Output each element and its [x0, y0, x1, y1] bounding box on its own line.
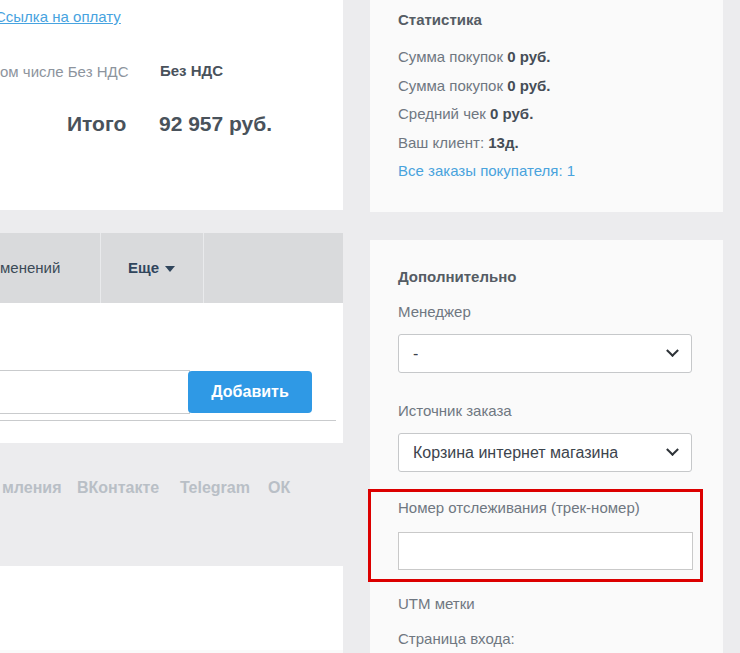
notification-tabs-block: мления ВКонтакте Telegram ОК	[0, 443, 343, 566]
stats-value: 0 руб.	[507, 77, 550, 94]
toolbar-more-dropdown[interactable]: Еще	[100, 233, 203, 303]
stats-label: Средний чек	[398, 105, 490, 122]
manager-label: Менеджер	[398, 303, 471, 320]
statistics-panel: Статистика Сумма покупок 0 руб. Сумма по…	[370, 0, 723, 212]
additional-title: Дополнительно	[398, 268, 516, 285]
stats-label: Сумма покупок	[398, 48, 507, 65]
stats-label: Ваш клиент:	[398, 134, 488, 151]
payment-link[interactable]: Ссылка на оплату	[0, 8, 121, 25]
toolbar-more-label: Еще	[128, 259, 159, 276]
order-source-label: Источник заказа	[398, 402, 512, 419]
vat-row-label: ом числе Без НДС	[0, 63, 129, 80]
vat-row-value: Без НДС	[160, 62, 223, 79]
utm-label: UTM метки	[398, 595, 475, 612]
toolbar-separator	[203, 233, 204, 303]
stats-row: Средний чек 0 руб.	[398, 100, 575, 129]
stats-value: 0 руб.	[490, 105, 533, 122]
tab-telegram[interactable]: Telegram	[180, 479, 250, 497]
toolbar-item-history[interactable]: менений	[0, 233, 90, 303]
stats-label: Сумма покупок	[398, 77, 507, 94]
manager-select[interactable]: -	[398, 334, 692, 373]
divider	[0, 420, 336, 421]
order-source-select-value: Корзина интернет магазина	[413, 444, 618, 462]
order-source-select[interactable]: Корзина интернет магазина	[398, 433, 692, 472]
manager-select-value: -	[413, 345, 418, 363]
tab-content-card	[0, 566, 343, 650]
stats-row: Сумма покупок 0 руб.	[398, 72, 575, 101]
stats-row: Ваш клиент: 13д.	[398, 129, 575, 158]
comment-input[interactable]	[0, 370, 190, 414]
all-orders-link[interactable]: Все заказы покупателя: 1	[398, 157, 575, 186]
order-toolbar: менений Еще	[0, 233, 343, 303]
order-page: Ссылка на оплату ом числе Без НДС Без НД…	[0, 0, 740, 653]
caret-down-icon	[165, 266, 175, 272]
additional-panel: Дополнительно Менеджер - Источник заказа…	[370, 240, 723, 653]
tracking-number-label: Номер отслеживания (трек-номер)	[398, 499, 640, 516]
tab-sms-notifications[interactable]: мления	[2, 479, 62, 497]
tab-ok[interactable]: ОК	[268, 479, 290, 497]
statistics-list: Сумма покупок 0 руб. Сумма покупок 0 руб…	[398, 43, 575, 186]
chevron-down-icon	[666, 443, 679, 456]
comment-form-card: Добавить	[0, 303, 343, 443]
order-total-value: 92 957 руб.	[159, 112, 272, 136]
tab-vkontakte[interactable]: ВКонтакте	[77, 479, 159, 497]
chevron-down-icon	[666, 344, 679, 357]
payment-summary-card: Ссылка на оплату ом числе Без НДС Без НД…	[0, 0, 343, 210]
statistics-title: Статистика	[398, 11, 482, 28]
add-button[interactable]: Добавить	[188, 371, 312, 413]
entry-page-label: Страница входа:	[398, 630, 515, 647]
stats-value: 0 руб.	[507, 48, 550, 65]
tracking-number-input[interactable]	[398, 532, 693, 570]
stats-row: Сумма покупок 0 руб.	[398, 43, 575, 72]
order-total-label: Итого	[67, 112, 126, 136]
stats-value: 13д.	[488, 134, 518, 151]
